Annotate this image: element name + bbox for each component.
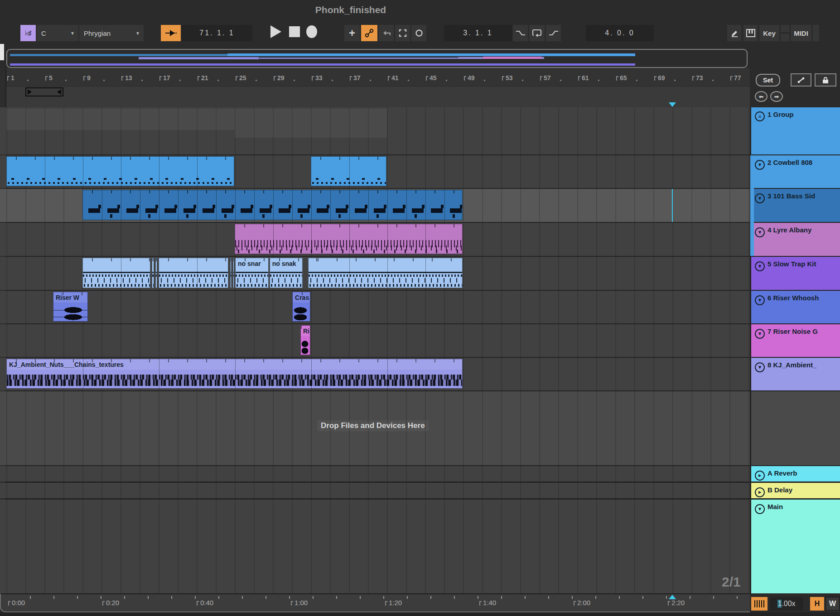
loop-start-display[interactable]: 3. 1. 1 [444, 25, 512, 41]
bar-ruler[interactable]: 1591317212529333741454953576165697377 [0, 68, 750, 86]
midi-clip-no-snak[interactable]: no snak [270, 258, 303, 288]
loop-switch-button[interactable] [529, 25, 545, 41]
arrangement-overview[interactable] [6, 49, 748, 68]
key-signature-icon[interactable]: ♭♯ [20, 25, 36, 41]
track-header-riserw[interactable]: ▾6 Riser Whoosh [751, 291, 840, 323]
back-navigation-button[interactable]: ⬅ [755, 91, 768, 102]
loop-length-display[interactable]: 4. 0. 0 [586, 25, 654, 41]
key-midi-split-top[interactable] [781, 25, 789, 32]
set-button[interactable]: Set [756, 74, 780, 87]
arrangement-lane-riserw[interactable] [0, 291, 750, 323]
track-header-returnB[interactable]: ▸B Delay [751, 483, 840, 498]
midi-clip[interactable] [230, 258, 232, 288]
toolbar-edge-button[interactable] [813, 25, 819, 41]
time-ruler[interactable]: 0:000:200:401:001:201:402:002:20 [0, 593, 750, 612]
bar-number-77: 77 [730, 74, 741, 82]
midi-clip[interactable] [233, 258, 234, 288]
punch-out-button[interactable] [546, 25, 561, 41]
midi-clip[interactable] [311, 156, 386, 186]
fold-track-icon[interactable]: ▾ [755, 227, 765, 237]
bar-number-61: 61 [578, 74, 589, 82]
midi-clip[interactable] [308, 258, 463, 288]
track-header-returnA[interactable]: ▸A Reverb [751, 466, 840, 481]
lock-button[interactable] [815, 73, 836, 87]
link-button[interactable] [791, 73, 811, 87]
track-header-cowbell[interactable]: ▾2 Cowbell 808 [751, 155, 840, 188]
scale-select[interactable]: Phrygian ▼ [79, 25, 144, 41]
midi-clip[interactable] [235, 224, 463, 254]
root-note-select[interactable]: C ▼ [37, 25, 78, 41]
draw-mode-button[interactable] [727, 25, 741, 41]
track-header-trap[interactable]: ▾5 Slow Trap Kit [751, 257, 840, 290]
follow-button[interactable] [161, 25, 181, 41]
right-arrow-icon: ➡ [774, 93, 779, 100]
arrangement-lane-risern[interactable] [0, 324, 750, 357]
scale-value: Phrygian [84, 29, 111, 37]
punch-in-button[interactable] [513, 25, 528, 41]
width-zoom-button[interactable]: W [826, 597, 840, 611]
track-header-main[interactable]: ▾Main [751, 500, 840, 593]
computer-midi-keyboard-button[interactable] [743, 25, 758, 41]
loop-start-handle[interactable] [28, 89, 32, 95]
fold-track-icon[interactable]: ▾ [755, 261, 765, 271]
arrangement-position-display[interactable]: 71. 1. 1 [182, 25, 252, 41]
midi-clip[interactable] [6, 156, 234, 186]
clip-title-ticks [233, 258, 234, 261]
loop-end-handle[interactable] [57, 89, 61, 95]
midi-clip-no-snar[interactable]: no snar [235, 258, 269, 288]
fold-track-icon[interactable]: ▾ [755, 193, 765, 203]
track-header-kj[interactable]: ▾8 KJ_Ambient_ [751, 358, 840, 390]
audio-clip-cras[interactable]: Cras [292, 292, 310, 322]
midi-clip[interactable] [82, 258, 150, 288]
fold-track-icon[interactable]: ▾ [755, 160, 765, 170]
playback-speed-display[interactable]: 1.00x [770, 597, 803, 611]
midi-clip[interactable] [82, 190, 463, 220]
track-header-group[interactable]: ≡1 Group [751, 107, 840, 154]
audio-clip-riser-w[interactable]: Riser W [53, 292, 88, 322]
ruler-tick [83, 76, 86, 81]
midi-clip[interactable] [159, 258, 228, 288]
fold-track-icon[interactable]: ▾ [755, 295, 765, 305]
audio-engine-button[interactable] [751, 597, 768, 611]
midi-map-button[interactable]: MIDI [791, 25, 811, 41]
track-header-bass[interactable]: ▾3 101 Bass Sid [751, 189, 840, 222]
stop-button[interactable] [289, 26, 300, 37]
clip-content [236, 272, 268, 288]
clip-segment-boundary [349, 190, 350, 220]
midi-clip[interactable] [152, 258, 154, 288]
scrub-area[interactable] [0, 86, 750, 108]
track-header-empty[interactable] [751, 391, 840, 465]
key-map-button[interactable]: Key [759, 25, 779, 41]
fold-track-icon[interactable]: ▾ [755, 362, 765, 372]
capture-midi-button[interactable] [395, 25, 410, 41]
audio-clip-kj-ambient-nuts-chains-textures[interactable]: KJ_Ambient_Nuts___Chains_textures [6, 359, 463, 389]
fold-track-icon[interactable]: ▾ [755, 504, 765, 514]
playhead-marker-bottom[interactable] [669, 595, 676, 599]
track-header-risern[interactable]: ▾7 Riser Noise G [751, 324, 840, 357]
playhead-marker-top[interactable] [669, 102, 676, 107]
clip-segment-boundary [311, 190, 312, 220]
arrangement-lane-returnA[interactable] [0, 466, 750, 481]
return-fold-icon[interactable]: ▸ [755, 471, 765, 481]
automation-arm-button[interactable] [361, 25, 377, 41]
key-midi-split-bottom[interactable] [781, 34, 789, 41]
unfold-group-icon[interactable]: ≡ [755, 111, 765, 121]
height-zoom-button[interactable]: H [810, 597, 824, 611]
audio-clip-ri[interactable]: Ri [300, 325, 310, 355]
re-enable-automation-button[interactable] [379, 25, 394, 41]
clip-title-ticks [156, 258, 157, 261]
track-header-lyre[interactable]: ▾4 Lyre Albany [751, 223, 840, 256]
overview-clip-segment [483, 57, 542, 59]
arrangement-lane-returnB[interactable] [0, 483, 750, 498]
session-record-button[interactable] [411, 25, 426, 41]
midi-overdub-button[interactable]: + [344, 25, 360, 41]
record-button[interactable] [306, 25, 317, 38]
forward-navigation-button[interactable]: ➡ [770, 91, 783, 102]
arrangement-lane-main[interactable] [0, 500, 750, 593]
midi-clip[interactable] [155, 258, 157, 288]
return-fold-icon[interactable]: ▸ [755, 487, 765, 497]
loop-brace[interactable] [25, 87, 63, 96]
fold-track-icon[interactable]: ▾ [755, 329, 765, 339]
play-button[interactable] [270, 25, 281, 38]
time-ruler-tick [385, 601, 387, 606]
